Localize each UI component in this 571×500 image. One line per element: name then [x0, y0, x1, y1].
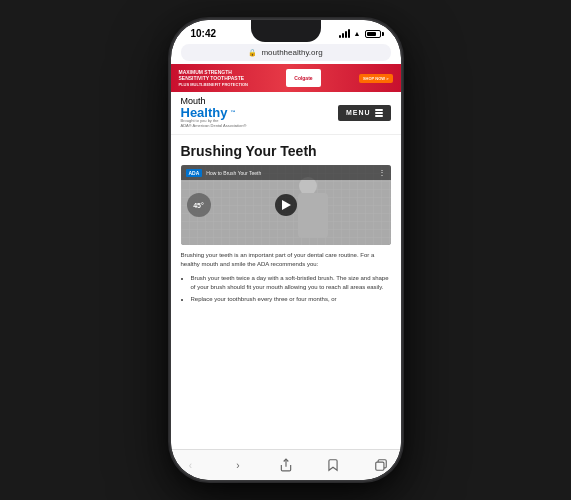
- play-icon: [282, 200, 291, 210]
- hamburger-icon: [375, 109, 383, 117]
- ad-cta-button[interactable]: SHOP NOW >: [359, 74, 393, 83]
- status-icons: ▲: [339, 29, 381, 38]
- page-content: Brushing Your Teeth ADA How to Brush You…: [171, 135, 401, 449]
- notch: [251, 20, 321, 42]
- video-options-icon[interactable]: ⋮: [378, 168, 386, 177]
- logo-area: Mouth Healthy ™ Brought to you by the AD…: [181, 97, 247, 129]
- status-time: 10:42: [191, 28, 217, 39]
- ada-badge: ADA: [186, 169, 203, 177]
- site-header: Mouth Healthy ™ Brought to you by the AD…: [171, 92, 401, 135]
- video-thumbnail[interactable]: ADA How to Brush Your Teeth ⋮ 45°: [181, 165, 391, 245]
- list-item: Brush your teeth twice a day with a soft…: [191, 274, 391, 292]
- menu-label: MENU: [346, 109, 371, 116]
- ad-banner[interactable]: MAXIMUM STRENGTH SENSITIVITY TOOTHPASTE …: [171, 64, 401, 92]
- article-intro: Brushing your teeth is an important part…: [181, 251, 391, 269]
- video-title: How to Brush Your Teeth: [206, 170, 377, 176]
- video-overlay-bar: ADA How to Brush Your Teeth ⋮: [181, 165, 391, 180]
- page-title: Brushing Your Teeth: [181, 143, 391, 160]
- svg-rect-1: [375, 462, 383, 470]
- logo-trademark: ™: [230, 110, 235, 115]
- phone-frame: 10:42 ▲ 🔒 mouthhealthy.org: [171, 20, 401, 480]
- ad-brand-label: Colgate: [294, 75, 312, 81]
- url-bar[interactable]: 🔒 mouthhealthy.org: [181, 44, 391, 61]
- browser-content: MAXIMUM STRENGTH SENSITIVITY TOOTHPASTE …: [171, 64, 401, 449]
- ad-brand: Colgate: [286, 69, 321, 87]
- play-button[interactable]: [275, 194, 297, 216]
- ad-text-area: MAXIMUM STRENGTH SENSITIVITY TOOTHPASTE …: [179, 69, 248, 87]
- logo-brought-by: Brought to you by the ADA® American Dent…: [181, 119, 247, 129]
- lock-icon: 🔒: [248, 49, 257, 57]
- signal-icon: [339, 29, 350, 38]
- ad-line3: PLUS MULTI-BENEFIT PROTECTION: [179, 82, 248, 87]
- url-text: mouthhealthy.org: [261, 48, 322, 57]
- menu-button[interactable]: MENU: [338, 105, 391, 121]
- tabs-button[interactable]: [371, 455, 391, 475]
- share-button[interactable]: [276, 455, 296, 475]
- angle-badge: 45°: [187, 193, 211, 217]
- battery-icon: [365, 30, 381, 38]
- forward-button[interactable]: ›: [228, 455, 248, 475]
- bookmarks-button[interactable]: [323, 455, 343, 475]
- ad-line2: SENSITIVITY TOOTHPASTE: [179, 75, 248, 82]
- article-list: Brush your teeth twice a day with a soft…: [181, 274, 391, 304]
- bottom-nav: ‹ ›: [171, 449, 401, 480]
- back-button[interactable]: ‹: [181, 455, 201, 475]
- screen: 10:42 ▲ 🔒 mouthhealthy.org: [171, 20, 401, 480]
- wifi-icon: ▲: [354, 30, 361, 37]
- list-item: Replace your toothbrush every three or f…: [191, 295, 391, 304]
- person-body: [298, 193, 328, 238]
